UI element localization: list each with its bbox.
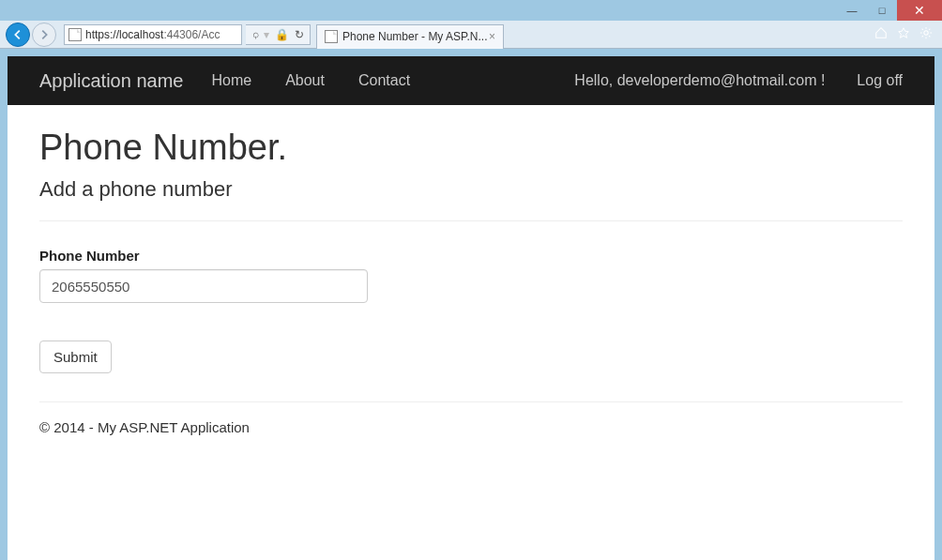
- phone-label: Phone Number: [39, 248, 903, 264]
- url-host: localhost: [119, 28, 163, 41]
- address-bar[interactable]: https://localhost:44306/Acc: [64, 24, 242, 45]
- search-icon[interactable]: ⌕: [248, 27, 262, 41]
- favorites-icon[interactable]: [897, 26, 910, 42]
- arrow-right-icon: [38, 28, 51, 41]
- tab-title: Phone Number - My ASP.N...: [342, 30, 488, 43]
- close-icon: ✕: [914, 3, 925, 18]
- home-icon[interactable]: [874, 26, 888, 42]
- address-actions: ⌕ ▾ 🔒 ↻: [246, 24, 311, 45]
- refresh-icon[interactable]: ↻: [295, 28, 304, 41]
- page-icon: [68, 28, 82, 41]
- svg-point-0: [924, 31, 928, 35]
- url-scheme: https://: [85, 28, 119, 41]
- main-content: Phone Number. Add a phone number Phone N…: [8, 105, 934, 458]
- nav-home[interactable]: Home: [211, 72, 251, 89]
- window-maximize-button[interactable]: □: [867, 0, 897, 21]
- tab-close-button[interactable]: ×: [489, 30, 495, 43]
- url-path: :44306/Acc: [163, 28, 220, 41]
- page-viewport: Application name Home About Contact Hell…: [8, 56, 934, 560]
- window-close-button[interactable]: ✕: [897, 0, 942, 21]
- divider: [39, 220, 903, 221]
- minimize-icon: —: [847, 5, 858, 16]
- window-titlebar: — □ ✕: [0, 0, 942, 21]
- browser-tab[interactable]: Phone Number - My ASP.N... ×: [316, 24, 504, 49]
- page-subtitle: Add a phone number: [39, 177, 903, 202]
- phone-input[interactable]: [39, 269, 368, 303]
- submit-button[interactable]: Submit: [39, 341, 112, 373]
- arrow-left-icon: [11, 28, 24, 41]
- navbar: Application name Home About Contact Hell…: [8, 56, 934, 105]
- page-title: Phone Number.: [39, 128, 903, 168]
- footer-text: © 2014 - My ASP.NET Application: [39, 419, 903, 435]
- separator: ▾: [264, 28, 269, 41]
- brand-link[interactable]: Application name: [39, 70, 183, 92]
- nav-greeting[interactable]: Hello, developerdemo@hotmail.com !: [574, 72, 825, 89]
- back-button[interactable]: [6, 23, 30, 47]
- browser-chrome-icons: [874, 26, 933, 42]
- nav-logoff[interactable]: Log off: [857, 72, 903, 89]
- tab-favicon-icon: [325, 30, 338, 43]
- window-minimize-button[interactable]: —: [837, 0, 867, 21]
- lock-icon[interactable]: 🔒: [275, 28, 289, 41]
- maximize-icon: □: [879, 5, 886, 16]
- forward-button[interactable]: [32, 23, 56, 47]
- settings-icon[interactable]: [919, 26, 933, 42]
- nav-contact[interactable]: Contact: [358, 72, 410, 89]
- nav-about[interactable]: About: [285, 72, 325, 89]
- browser-toolbar: https://localhost:44306/Acc ⌕ ▾ 🔒 ↻ Phon…: [0, 21, 942, 49]
- footer-divider: [39, 401, 903, 402]
